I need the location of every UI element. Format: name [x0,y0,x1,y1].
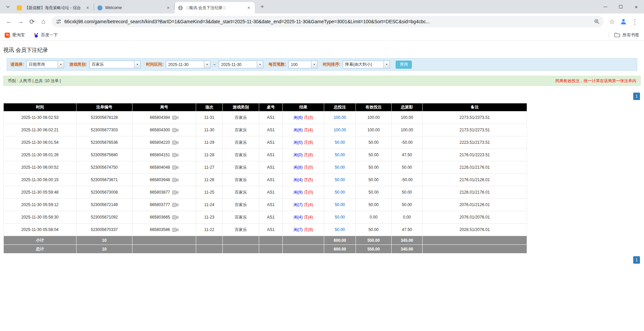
total-bet-link[interactable]: 50.00 [335,202,345,207]
player-result: 闲(4) [294,215,303,220]
close-window-button[interactable]: × [628,0,644,13]
game-type-select[interactable]: 百家乐 ▾ [89,61,141,68]
column-header: 备注 [423,103,527,111]
video-replay-icon[interactable] [172,128,179,133]
chevron-down-icon[interactable]: ▾ [58,61,64,68]
sort-select[interactable]: 降幕(由大到小) ▾ [343,61,390,68]
total-bet-link[interactable]: 100.00 [334,128,346,132]
query-type-select[interactable]: 日期查询 ▾ [26,61,64,68]
video-replay-icon[interactable] [172,165,179,170]
cell-total-bet: 50.00 [324,161,356,174]
cell-result: 闲(7)庄(9) [283,224,324,236]
cell-time: 2025-11-30 06:02:21 [4,124,76,136]
cell-table-no: AS1 [259,199,283,211]
chevron-down-icon[interactable]: ▾ [257,61,263,68]
summary-valid-bet: 550.00 [356,245,392,254]
total-bet-link[interactable]: 50.00 [335,215,345,220]
tab-forum[interactable]: 【新提醒】海燕策略论坛 - 综合 × [13,2,94,13]
forward-button[interactable]: → [15,16,26,27]
new-tab-button[interactable]: + [257,2,267,11]
total-bet-link[interactable]: 50.00 [335,140,345,145]
pagination-top: 1 [0,93,640,100]
minimize-button[interactable] [597,0,613,13]
reload-button[interactable]: ⟳ [26,16,38,27]
game-type-value: 百家乐 [90,61,134,68]
chevron-down-icon[interactable]: ▾ [134,61,140,68]
game-type-label: 游戏类别: [69,62,87,67]
cell-table-no: AS1 [259,211,283,224]
tab-close-icon[interactable]: × [85,5,90,10]
cell-total-bet: 50.00 [324,149,356,161]
records-table: 时间注单编号局号场次游戏类别桌号结果总投注有效投注总派彩备注 2025-11-3… [3,103,527,254]
tab-search-button[interactable] [3,2,12,11]
cell-payout: 0.00 [392,211,423,224]
tab-betrecord[interactable]: :::视讯 会员下注纪录::: × [175,2,255,13]
table-row: 2025-11-30 06:00:15523005673671665803948… [4,174,527,186]
total-bet-link[interactable]: 50.00 [335,177,345,182]
cell-remark: 2028.51/2076.01 [423,224,527,236]
window-controls: × [597,0,644,13]
person-icon [620,18,627,25]
cell-round: 665804220 [132,136,196,149]
video-replay-icon[interactable] [172,227,179,232]
chevron-down-icon[interactable]: ▾ [204,61,210,68]
zoom-icon[interactable] [594,19,600,24]
video-replay-icon[interactable] [172,202,179,207]
page-size-select[interactable]: 100 ▾ [288,61,317,68]
all-bookmarks-button[interactable]: 所有书签 [614,32,639,38]
summary-empty [132,236,196,245]
total-bet-link[interactable]: 50.00 [335,153,345,157]
total-bet-link[interactable]: 50.00 [335,190,345,195]
address-bar[interactable]: 66cxkj98.com/game/betrecord_search/kind3… [52,16,604,27]
search-button[interactable]: 查询 [396,61,412,69]
total-bet-link[interactable]: 100.00 [334,115,346,120]
chevron-down-icon[interactable]: ▾ [311,61,317,68]
page-1-button[interactable]: 1 [633,256,640,264]
video-replay-icon[interactable] [172,177,179,183]
chevron-down-icon[interactable]: ▾ [384,61,390,68]
cell-total-bet: 100.00 [324,124,356,136]
records-body: 2025-11-30 06:02:53523005678128665804384… [4,111,527,236]
column-header: 游戏类别 [223,103,259,111]
browser-menu-icon[interactable]: ⋮ [629,16,641,27]
summary-label: 小计 [4,236,76,245]
bookmark-star-icon[interactable]: ☆ [606,16,618,27]
cell-payout: -50.00 [392,174,423,186]
video-replay-icon[interactable] [172,153,179,158]
url-text[interactable]: 66cxkj98.com/game/betrecord_search/kind3… [64,19,591,24]
banker-result: 庄(5) [304,177,313,182]
video-replay-icon[interactable] [172,190,179,195]
home-button[interactable]: ⌂ [38,16,49,27]
profile-avatar[interactable] [618,16,629,27]
summary-empty [423,236,527,245]
filter-bar: 请选择: 日期查询 ▾ 游戏类别: 百家乐 ▾ 时间区间: 2025-11-30… [7,58,637,71]
cell-time: 2025-11-30 06:01:54 [4,136,76,149]
summary-empty [283,236,324,245]
sort-value: 降幕(由大到小) [343,61,384,68]
round-number: 665804384 [150,115,170,120]
tab-welcome[interactable]: Welcome × [94,2,174,13]
cell-remark: 2126.01/2176.01 [423,186,527,199]
video-replay-icon[interactable] [172,115,179,120]
tab-close-icon[interactable]: × [165,5,171,10]
video-replay-icon[interactable] [172,140,179,145]
summary-count: 10 [76,245,132,254]
back-button[interactable]: ← [3,16,15,27]
round-number: 665803777 [150,202,170,207]
date-end-input[interactable]: 2025-11-30 ▾ [219,61,263,68]
bookmark-baidu[interactable]: 百度一下 [34,32,58,38]
cell-time: 2025-11-30 06:00:52 [4,161,76,174]
cell-result: 闲(4)庄(5) [283,174,324,186]
player-result: 闲(0) [294,153,303,157]
page-1-button[interactable]: 1 [633,93,640,100]
maximize-button[interactable] [613,0,628,13]
date-start-input[interactable]: 2025-11-30 ▾ [166,61,210,68]
cell-valid-bet: 50.00 [356,149,392,161]
video-replay-icon[interactable] [172,215,179,220]
total-bet-link[interactable]: 50.00 [335,227,345,232]
bookmark-aitaobao[interactable]: 淘 爱淘宝 [5,32,25,38]
tab-close-icon[interactable]: × [246,5,251,10]
site-settings-icon[interactable] [56,19,61,24]
chevron-down-icon [6,6,10,8]
total-bet-link[interactable]: 50.00 [335,165,345,170]
